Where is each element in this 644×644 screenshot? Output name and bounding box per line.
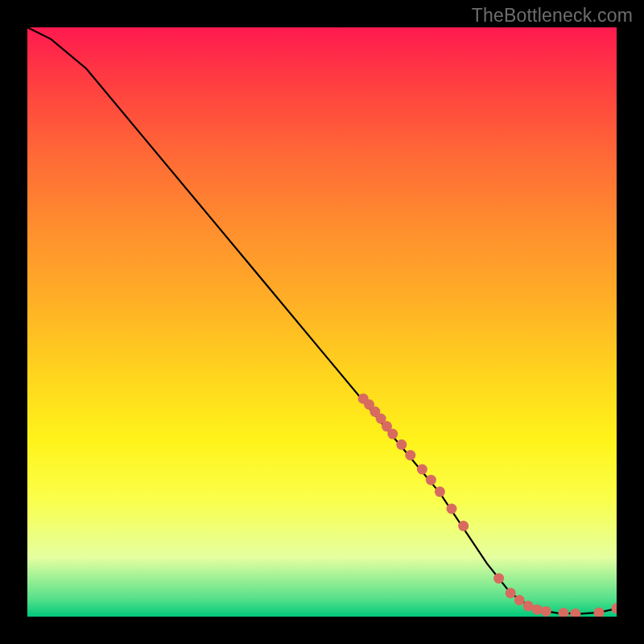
data-point (559, 608, 569, 617)
data-point (506, 588, 516, 598)
data-point (426, 475, 436, 485)
curve-layer (27, 27, 617, 617)
chart-container: TheBottleneck.com (0, 0, 644, 644)
data-point (541, 606, 551, 617)
data-point (532, 605, 543, 615)
data-point (612, 603, 617, 613)
data-point (493, 573, 504, 584)
data-point (447, 504, 457, 514)
highlighted-points (358, 394, 617, 617)
data-point (458, 521, 469, 531)
data-point (594, 607, 605, 617)
data-point (387, 429, 398, 440)
plot-area (27, 27, 617, 617)
watermark-text: TheBottleneck.com (472, 5, 633, 27)
data-point (417, 464, 427, 475)
data-point (435, 486, 445, 497)
data-point (514, 595, 525, 605)
data-point (570, 609, 580, 617)
data-point (396, 440, 407, 450)
bottleneck-curve (27, 27, 617, 613)
data-point (405, 450, 415, 460)
